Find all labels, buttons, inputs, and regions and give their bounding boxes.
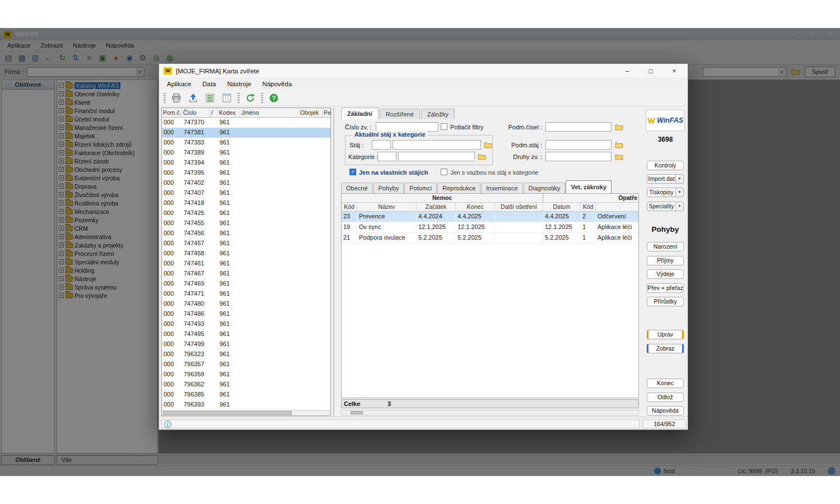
firma-combobox[interactable]: ▼: [27, 67, 144, 77]
uprav-button[interactable]: Uprav: [647, 330, 684, 339]
tiskopisy-dropdown[interactable]: ▼: [676, 188, 684, 197]
tab-vet-z-kroky[interactable]: Vet. zákroky: [566, 180, 612, 193]
animal-row[interactable]: 000747471961: [162, 289, 330, 299]
tree-item[interactable]: +Pro vývojáře: [57, 291, 157, 300]
tree-item[interactable]: +Pozemky: [57, 216, 157, 224]
minimize-button[interactable]: –: [791, 30, 795, 38]
prev-preraz-button[interactable]: Přev + přeřaz: [647, 283, 684, 293]
podm-staj-input[interactable]: [545, 140, 612, 150]
tree-item[interactable]: +Řízení zásob: [57, 157, 157, 165]
tree-item[interactable]: +Manažerské řízení: [57, 123, 157, 132]
animal-column-header[interactable]: /: [210, 108, 218, 117]
tree-item[interactable]: +Holding: [57, 266, 157, 274]
expander-plus-icon[interactable]: +: [59, 209, 64, 214]
refresh-icon[interactable]: ↻: [57, 53, 67, 63]
vet-row[interactable]: 19Ov sync12.1.202512.1.202512.1.20251Apl…: [342, 222, 638, 233]
kategorie-name-input[interactable]: [398, 152, 475, 161]
expander-plus-icon[interactable]: +: [59, 150, 64, 155]
tree-item[interactable]: +Doprava: [57, 182, 157, 190]
tab-roz-en[interactable]: Rozšířené: [380, 109, 420, 119]
animal-row[interactable]: 000747458961: [162, 249, 330, 259]
vet-row[interactable]: 23Prevence4.4.20244.4.20254.4.20252Odčer…: [342, 212, 638, 222]
import-dat-dropdown[interactable]: ▼: [676, 174, 684, 184]
animal-row[interactable]: 000747467961: [162, 269, 330, 279]
animal-row[interactable]: 000747370961: [162, 118, 330, 128]
import-dat-button[interactable]: Import dat: [647, 174, 676, 184]
tree-item[interactable]: +Nástroje: [57, 274, 157, 283]
tree-item[interactable]: +Účetní modul: [57, 115, 157, 123]
menu-data[interactable]: Data: [197, 78, 221, 90]
open-folder-button[interactable]: [477, 152, 487, 161]
print-button[interactable]: [170, 92, 183, 104]
vydeje-button[interactable]: Výdeje: [647, 269, 684, 279]
tree-item[interactable]: +Evidenční výroba: [57, 174, 157, 182]
animal-row[interactable]: 000747383961: [162, 138, 330, 148]
vet-column-header[interactable]: Kód: [581, 203, 596, 211]
expander-plus-icon[interactable]: +: [59, 142, 64, 147]
tree-root-item[interactable]: − Katalog WinFAS: [57, 81, 157, 90]
kontroly-button[interactable]: Kontroly: [647, 161, 684, 170]
info-icon[interactable]: i: [164, 421, 171, 428]
maximize-button[interactable]: □: [642, 64, 660, 78]
expander-plus-icon[interactable]: +: [59, 284, 64, 290]
columns-view-button[interactable]: [221, 92, 233, 104]
expander-plus-icon[interactable]: +: [59, 200, 64, 206]
tiskopisy-button[interactable]: Tiskopisy: [647, 188, 676, 197]
settings-gear-icon[interactable]: ⚙: [138, 53, 148, 63]
animal-column-header[interactable]: Pom.č.: [162, 108, 182, 117]
animal-row[interactable]: 000747425961: [162, 208, 330, 218]
staj-code-input[interactable]: [372, 140, 391, 150]
maximize-button[interactable]: □: [810, 30, 814, 38]
open-folder-button[interactable]: [614, 140, 624, 150]
animal-row[interactable]: 000747395961: [162, 168, 330, 178]
prirustky-button[interactable]: Přírůstky: [647, 297, 684, 306]
menu-nastroje[interactable]: Nástroje: [68, 42, 101, 49]
info-window-icon[interactable]: ◍: [165, 53, 175, 63]
tab-potomci[interactable]: Potomci: [404, 183, 437, 193]
main-titlebar[interactable]: W WinFAS – □ ×: [0, 28, 840, 40]
tab-oblibene[interactable]: Oblíbené: [1, 455, 55, 465]
tree-item[interactable]: +Finanční modul: [57, 106, 157, 115]
vet-hscrollbar[interactable]: [341, 410, 639, 416]
chevron-down-icon[interactable]: ▼: [778, 68, 786, 76]
close-button[interactable]: ×: [828, 30, 832, 38]
right-combobox[interactable]: ▼: [703, 67, 787, 77]
tree-item[interactable]: +Živočišná výroba: [57, 190, 157, 199]
animal-column-header[interactable]: Kodex: [218, 108, 240, 117]
animal-hscrollbar[interactable]: [162, 410, 330, 416]
splitter[interactable]: [333, 108, 334, 416]
expander-minus-icon[interactable]: −: [59, 83, 64, 88]
tree-item[interactable]: +Majetek: [57, 132, 157, 140]
export-window-icon[interactable]: ◎: [151, 53, 161, 63]
vet-column-header[interactable]: [596, 203, 639, 211]
scrollbar-thumb[interactable]: [351, 411, 363, 414]
expander-plus-icon[interactable]: +: [59, 158, 64, 164]
menu-napoveda[interactable]: Nápověda: [101, 42, 139, 49]
animal-row[interactable]: 000747455961: [162, 218, 330, 228]
expander-plus-icon[interactable]: +: [59, 100, 64, 105]
refresh-button[interactable]: [244, 92, 256, 104]
napoveda-button[interactable]: Nápověda: [647, 406, 684, 416]
animal-row[interactable]: 000747499961: [162, 339, 330, 349]
odloz-button[interactable]: Odlož: [647, 393, 684, 402]
animal-row[interactable]: 000796385961: [162, 390, 330, 400]
dialog-titlebar[interactable]: W [MOJE_FIRMA] Karta zvířete – □ ×: [159, 64, 688, 78]
podm-cisel-input[interactable]: [545, 122, 612, 132]
expander-plus-icon[interactable]: +: [59, 167, 64, 172]
speciality-button[interactable]: Speciality: [647, 202, 676, 211]
menu-napoveda[interactable]: Nápověda: [257, 78, 297, 90]
konec-button[interactable]: Konec: [647, 379, 684, 388]
group-opatreni[interactable]: Opatře: [543, 194, 638, 202]
expander-plus-icon[interactable]: +: [59, 91, 64, 96]
tree-item[interactable]: +Zakázky a projekty: [57, 241, 157, 249]
menu-nastroje[interactable]: Nástroje: [222, 78, 257, 90]
animal-row[interactable]: 000747418961: [162, 198, 330, 208]
scrollbar-thumb[interactable]: [163, 411, 292, 415]
animal-row[interactable]: 000747381961: [162, 128, 330, 138]
menu-aplikace[interactable]: Aplikace: [161, 78, 197, 90]
close-button[interactable]: ×: [665, 64, 683, 78]
menu-aplikace[interactable]: Aplikace: [2, 42, 36, 49]
tab-inseminace[interactable]: Inseminace: [481, 183, 522, 193]
expander-plus-icon[interactable]: +: [59, 192, 64, 197]
tree-item[interactable]: +Klienti: [57, 98, 157, 106]
